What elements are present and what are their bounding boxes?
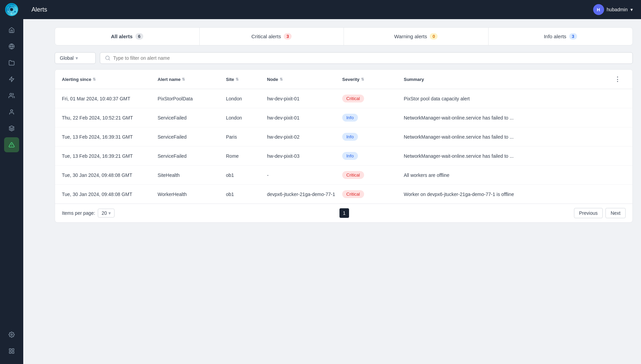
table-row[interactable]: Tue, 30 Jan 2024, 09:48:08 GMT SiteHealt… bbox=[55, 166, 632, 185]
sort-icon-alerting-since: ⇅ bbox=[93, 77, 96, 82]
app-logo[interactable] bbox=[0, 0, 23, 19]
th-node[interactable]: Node ⇅ bbox=[267, 74, 342, 85]
table-row[interactable]: Fri, 01 Mar 2024, 10:40:37 GMT PixStorPo… bbox=[55, 89, 632, 108]
prev-button[interactable]: Previous bbox=[574, 208, 603, 218]
user-menu[interactable]: H hubadmin ▾ bbox=[593, 4, 633, 15]
cell-summary: PixStor pool data capacity alert bbox=[404, 96, 612, 101]
table-row[interactable]: Tue, 13 Feb 2024, 16:39:21 GMT ServiceFa… bbox=[55, 146, 632, 166]
scope-label: Global bbox=[60, 55, 74, 61]
sidebar-item-alerts[interactable] bbox=[4, 137, 19, 152]
sidebar-item-home[interactable] bbox=[4, 23, 19, 38]
svg-marker-18 bbox=[9, 77, 14, 82]
svg-rect-27 bbox=[12, 352, 14, 353]
column-more-button[interactable]: ⋮ bbox=[612, 74, 623, 85]
cell-node: hw-dev-pixit-03 bbox=[267, 153, 342, 159]
cell-alert-name: PixStorPoolData bbox=[158, 96, 226, 101]
cell-node: hw-dev-pixit-01 bbox=[267, 115, 342, 121]
th-severity[interactable]: Severity ⇅ bbox=[342, 74, 404, 85]
search-icon bbox=[105, 55, 110, 61]
logo-icon bbox=[5, 3, 18, 16]
table-body: Fri, 01 Mar 2024, 10:40:37 GMT PixStorPo… bbox=[55, 89, 632, 204]
user-avatar: H bbox=[593, 4, 604, 15]
cell-severity: Critical bbox=[342, 190, 404, 198]
tab-warning-label: Warning alerts bbox=[394, 33, 427, 39]
cell-alerting-since: Tue, 13 Feb 2024, 16:39:31 GMT bbox=[62, 134, 158, 140]
per-page-chevron-icon: ▾ bbox=[108, 210, 111, 216]
pagination-buttons: Previous Next bbox=[574, 208, 626, 218]
svg-line-30 bbox=[109, 59, 110, 60]
cell-site: ob1 bbox=[226, 172, 267, 178]
severity-badge: Info bbox=[342, 114, 358, 122]
cell-site: London bbox=[226, 115, 267, 121]
cell-site: Rome bbox=[226, 153, 267, 159]
cell-node: hw-dev-pixit-02 bbox=[267, 134, 342, 140]
cell-node: - bbox=[267, 172, 342, 178]
filters-row: Global ▾ bbox=[55, 52, 633, 64]
sidebar-item-settings[interactable] bbox=[4, 327, 19, 342]
alert-tabs: All alerts 6 Critical alerts 3 Warning a… bbox=[55, 27, 633, 45]
table-row[interactable]: Thu, 22 Feb 2024, 10:52:21 GMT ServiceFa… bbox=[55, 108, 632, 127]
per-page-select[interactable]: 20 ▾ bbox=[98, 209, 115, 218]
sidebar-item-globe[interactable] bbox=[4, 39, 19, 54]
table-row[interactable]: Tue, 30 Jan 2024, 09:48:08 GMT WorkerHea… bbox=[55, 185, 632, 204]
search-box bbox=[100, 52, 633, 64]
sort-icon-alert-name: ⇅ bbox=[182, 77, 185, 82]
sidebar-item-lightning[interactable] bbox=[4, 72, 19, 87]
sidebar-nav bbox=[4, 19, 19, 327]
sidebar-item-users[interactable] bbox=[4, 88, 19, 103]
svg-rect-26 bbox=[12, 349, 14, 350]
page-numbers: 1 bbox=[339, 208, 349, 218]
th-summary: Summary bbox=[404, 74, 612, 85]
next-button[interactable]: Next bbox=[605, 208, 626, 218]
sidebar-item-folder[interactable] bbox=[4, 55, 19, 70]
scope-dropdown[interactable]: Global ▾ bbox=[55, 52, 96, 64]
sidebar-item-layout[interactable] bbox=[4, 344, 19, 359]
main-content: All alerts 6 Critical alerts 3 Warning a… bbox=[46, 19, 641, 364]
tab-all-alerts[interactable]: All alerts 6 bbox=[55, 28, 200, 45]
severity-badge: Critical bbox=[342, 190, 364, 198]
severity-badge: Critical bbox=[342, 95, 364, 102]
page-1[interactable]: 1 bbox=[339, 208, 349, 218]
cell-site: Paris bbox=[226, 134, 267, 140]
sidebar-item-layers[interactable] bbox=[4, 121, 19, 136]
sort-icon-site: ⇅ bbox=[236, 77, 239, 82]
tab-all-label: All alerts bbox=[111, 33, 132, 39]
alerts-table: Alerting since ⇅ Alert name ⇅ Site ⇅ Nod… bbox=[55, 69, 633, 223]
scope-chevron-icon: ▾ bbox=[76, 55, 78, 61]
severity-badge: Info bbox=[342, 133, 358, 141]
user-chevron-icon: ▾ bbox=[630, 7, 633, 12]
cell-alert-name: ServiceFailed bbox=[158, 134, 226, 140]
svg-rect-28 bbox=[9, 352, 11, 353]
th-alerting-since[interactable]: Alerting since ⇅ bbox=[62, 74, 158, 85]
th-alert-name[interactable]: Alert name ⇅ bbox=[158, 74, 226, 85]
tab-info-label: Info alerts bbox=[544, 33, 566, 39]
items-per-page: Items per page: 20 ▾ bbox=[62, 209, 115, 218]
cell-summary: NetworkManager-wait-online.service has f… bbox=[404, 153, 612, 159]
table-header: Alerting since ⇅ Alert name ⇅ Site ⇅ Nod… bbox=[55, 70, 632, 89]
per-page-value: 20 bbox=[102, 210, 107, 216]
cell-severity: Info bbox=[342, 152, 404, 160]
table-row[interactable]: Tue, 13 Feb 2024, 16:39:31 GMT ServiceFa… bbox=[55, 127, 632, 146]
tab-warning-badge: 0 bbox=[430, 33, 438, 40]
cell-summary: Worker on devpx6-jtucker-21ga-demo-77-1 … bbox=[404, 192, 612, 197]
sort-icon-node: ⇅ bbox=[280, 77, 283, 82]
tab-critical-badge: 3 bbox=[284, 33, 292, 40]
sidebar-item-person[interactable] bbox=[4, 104, 19, 120]
tab-info-alerts[interactable]: Info alerts 3 bbox=[489, 28, 633, 45]
tab-critical-alerts[interactable]: Critical alerts 3 bbox=[200, 28, 344, 45]
page-title: Alerts bbox=[31, 6, 47, 13]
th-site[interactable]: Site ⇅ bbox=[226, 74, 267, 85]
pagination-row: Items per page: 20 ▾ 1 Previous Next bbox=[55, 204, 632, 222]
search-input[interactable] bbox=[113, 55, 628, 61]
cell-alert-name: SiteHealth bbox=[158, 172, 226, 178]
sort-icon-severity: ⇅ bbox=[361, 77, 364, 82]
th-actions: ⋮ bbox=[612, 74, 626, 85]
svg-marker-21 bbox=[9, 126, 14, 129]
tab-warning-alerts[interactable]: Warning alerts 0 bbox=[344, 28, 489, 45]
tab-info-badge: 3 bbox=[569, 33, 577, 40]
cell-alerting-since: Tue, 13 Feb 2024, 16:39:21 GMT bbox=[62, 153, 158, 159]
severity-badge: Critical bbox=[342, 171, 364, 179]
cell-node: hw-dev-pixit-01 bbox=[267, 96, 342, 101]
cell-alert-name: WorkerHealth bbox=[158, 192, 226, 197]
cell-site: ob1 bbox=[226, 192, 267, 197]
